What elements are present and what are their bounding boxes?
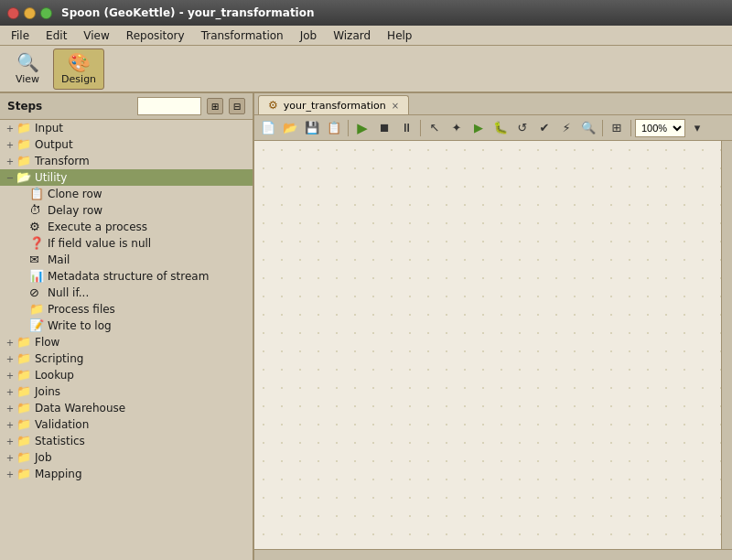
ct-sql-button[interactable]: 🔍	[578, 118, 598, 138]
ct-saveas-button[interactable]: 📋	[324, 118, 344, 138]
ct-cursor-button[interactable]: ↖	[425, 118, 445, 138]
expand-all-button[interactable]: ⊞	[207, 98, 223, 114]
zoom-dropdown-button[interactable]: ▾	[687, 118, 707, 138]
canvas-area[interactable]	[254, 141, 721, 549]
window-title: Spoon (GeoKettle) - your_transformation	[61, 6, 315, 19]
tree-item-null-if[interactable]: ⊘ Null if...	[0, 285, 253, 301]
ct-select-button[interactable]: ✦	[447, 118, 467, 138]
menu-job[interactable]: Job	[293, 27, 325, 44]
menu-wizard[interactable]: Wizard	[326, 27, 378, 44]
tree-item-flow[interactable]: + 📁 Flow	[0, 334, 253, 350]
tree-item-statistics[interactable]: + 📁 Statistics	[0, 433, 253, 449]
steps-label: Steps	[7, 100, 132, 113]
tree-item-scripting[interactable]: + 📁 Scripting	[0, 350, 253, 367]
right-panel: ⚙ your_transformation × 📄 📂 💾 📋 ▶ ⏹ ⏸ ↖ …	[254, 93, 732, 560]
folder-icon-data-warehouse: 📁	[16, 402, 31, 415]
tree-item-execute-process[interactable]: ⚙ Execute a process	[0, 219, 253, 235]
tree-item-joins[interactable]: + 📁 Joins	[0, 383, 253, 400]
tab-close-button[interactable]: ×	[392, 101, 399, 111]
tree-label-metadata-structure: Metadata structure of stream	[48, 270, 209, 283]
tree-item-data-warehouse[interactable]: + 📁 Data Warehouse	[0, 400, 253, 416]
expander-mapping: +	[4, 469, 16, 479]
menu-transformation[interactable]: Transformation	[194, 27, 291, 44]
expander-statistics: +	[4, 436, 16, 447]
folder-icon-joins: 📁	[16, 385, 31, 398]
ct-save-button[interactable]: 💾	[302, 118, 322, 138]
tree-label-transform: Transform	[35, 155, 90, 167]
collapse-all-button[interactable]: ⊟	[229, 98, 245, 114]
tree-item-mapping[interactable]: + 📁 Mapping	[0, 466, 253, 482]
ct-open-button[interactable]: 📂	[280, 118, 300, 138]
tree-label-utility: Utility	[35, 171, 67, 184]
expander-flow: +	[4, 338, 16, 348]
minimize-button[interactable]	[24, 7, 36, 19]
tree-item-validation[interactable]: + 📁 Validation	[0, 416, 253, 433]
ct-sep1	[348, 120, 349, 136]
expander-data-warehouse: +	[4, 404, 16, 414]
close-button[interactable]	[7, 7, 19, 19]
design-button[interactable]: 🎨 Design	[53, 48, 104, 90]
ct-preview-button[interactable]: ▶	[468, 118, 489, 138]
ct-new-button[interactable]: 📄	[258, 118, 278, 138]
tree-label-delay-row: Delay row	[48, 204, 102, 217]
search-input[interactable]	[137, 97, 201, 115]
zoom-select[interactable]: 50% 75% 100% 150% 200%	[635, 119, 685, 137]
menu-view[interactable]: View	[76, 27, 116, 44]
expander-joins: +	[4, 387, 16, 397]
tree-label-job: Job	[35, 451, 52, 464]
canvas-vertical-scrollbar[interactable]	[721, 141, 732, 549]
menu-repository[interactable]: Repository	[119, 27, 192, 44]
canvas-toolbar: 📄 📂 💾 📋 ▶ ⏹ ⏸ ↖ ✦ ▶ 🐛 ↺ ✔ ⚡ 🔍 ⊞ 50% 75% …	[254, 115, 732, 141]
expander-validation: +	[4, 420, 16, 430]
ct-sep3	[602, 120, 603, 136]
canvas-horizontal-scrollbar[interactable]	[254, 549, 732, 560]
step-icon-metadata-structure: 📊	[29, 270, 44, 283]
ct-stop-button[interactable]: ⏹	[374, 118, 394, 138]
tree-item-delay-row[interactable]: ⏱ Delay row	[0, 202, 253, 219]
steps-header: Steps ⊞ ⊟	[0, 93, 253, 120]
tree-item-write-to-log[interactable]: 📝 Write to log	[0, 318, 253, 334]
tree-item-output[interactable]: + 📁 Output	[0, 136, 253, 153]
tree-item-utility[interactable]: − 📂 Utility	[0, 169, 253, 186]
expander-utility: −	[4, 173, 16, 183]
tree-item-lookup[interactable]: + 📁 Lookup	[0, 367, 253, 383]
tree-label-process-files: Process files	[48, 303, 115, 316]
ct-run-button[interactable]: ▶	[352, 118, 372, 138]
tree-item-transform[interactable]: + 📁 Transform	[0, 153, 253, 169]
tree-label-mail: Mail	[48, 253, 70, 266]
ct-sep2	[420, 120, 421, 136]
ct-pause-button[interactable]: ⏸	[396, 118, 416, 138]
ct-impact-button[interactable]: ⚡	[556, 118, 576, 138]
tree-label-statistics: Statistics	[35, 435, 85, 447]
menu-help[interactable]: Help	[380, 27, 419, 44]
main-toolbar: 🔍 View 🎨 Design	[0, 46, 732, 93]
ct-check-button[interactable]: ✔	[534, 118, 554, 138]
step-icon-execute-process: ⚙	[29, 221, 44, 233]
tree-item-clone-row[interactable]: 📋 Clone row	[0, 186, 253, 202]
tree-item-process-files[interactable]: 📁 Process files	[0, 301, 253, 318]
ct-debug-button[interactable]: 🐛	[490, 118, 511, 138]
tree-item-input[interactable]: + 📁 Input	[0, 120, 253, 136]
ct-replay-button[interactable]: ↺	[512, 118, 533, 138]
main-layout: Steps ⊞ ⊟ + 📁 Input + 📁 Output + 📁 T	[0, 93, 732, 560]
menu-edit[interactable]: Edit	[38, 27, 74, 44]
folder-icon-flow: 📁	[16, 336, 31, 349]
menu-file[interactable]: File	[4, 27, 37, 44]
tree-item-mail[interactable]: ✉ Mail	[0, 252, 253, 268]
view-button[interactable]: 🔍 View	[7, 48, 48, 90]
tab-transformation-label: your_transformation	[284, 100, 386, 112]
tree-item-job[interactable]: + 📁 Job	[0, 449, 253, 466]
tree-area[interactable]: + 📁 Input + 📁 Output + 📁 Transform − 📂 U…	[0, 120, 253, 560]
folder-icon-job: 📁	[16, 451, 31, 464]
folder-icon-scripting: 📁	[16, 352, 31, 365]
tree-item-metadata-structure[interactable]: 📊 Metadata structure of stream	[0, 268, 253, 285]
tree-item-if-field-null[interactable]: ❓ If field value is null	[0, 235, 253, 252]
ct-align-button[interactable]: ⊞	[607, 118, 627, 138]
expander-scripting: +	[4, 354, 16, 364]
window-controls[interactable]	[7, 7, 52, 19]
expander-job: +	[4, 453, 16, 463]
tab-transformation[interactable]: ⚙ your_transformation ×	[258, 95, 409, 114]
expander-lookup: +	[4, 371, 16, 381]
folder-icon-validation: 📁	[16, 418, 31, 431]
maximize-button[interactable]	[40, 7, 52, 19]
